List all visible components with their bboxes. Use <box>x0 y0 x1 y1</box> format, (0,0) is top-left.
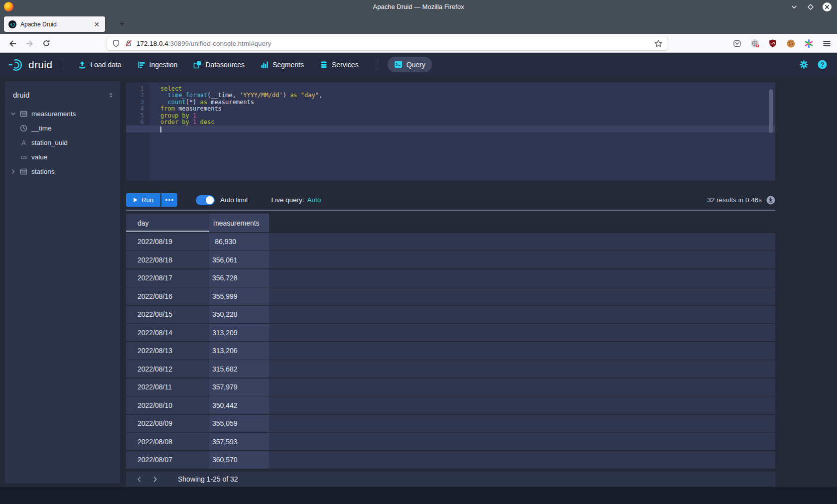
table-row: 2022/08/13313,206 <box>126 342 775 360</box>
back-button[interactable] <box>6 37 19 50</box>
menu-button[interactable] <box>819 37 834 50</box>
window-close-button[interactable] <box>822 2 832 12</box>
cell-day[interactable]: 2022/08/12 <box>126 360 209 378</box>
svg-text:?: ? <box>821 61 824 68</box>
close-icon <box>822 2 832 12</box>
help-button[interactable]: ? <box>818 60 827 69</box>
nav-item-label: Query <box>407 61 425 69</box>
sort-columns-icon[interactable] <box>108 92 114 99</box>
nav-item-datasources[interactable]: Datasources <box>187 57 251 72</box>
cell-day[interactable]: 2022/08/19 <box>126 233 209 251</box>
cookie-extension-button[interactable] <box>783 37 798 50</box>
cell-measurements-value: 313,206 <box>212 347 236 355</box>
theme-extension-button[interactable] <box>801 37 816 50</box>
cell-measurements[interactable]: 350,228 <box>209 306 269 323</box>
live-query-value[interactable]: Auto <box>307 196 321 204</box>
tree-item-stations[interactable]: stations <box>5 164 120 179</box>
insecure-lock-icon[interactable] <box>125 39 133 47</box>
forward-button[interactable] <box>23 37 36 50</box>
tree-item-time[interactable]: __time <box>5 121 120 135</box>
pagination-bar: Showing 1-25 of 32 <box>126 472 775 487</box>
browser-tab[interactable]: Apache Druid ✕ <box>4 16 105 32</box>
code-line[interactable]: group by 1 <box>149 113 775 119</box>
editor-code[interactable]: select time_format(__time, 'YYYY/MM/dd')… <box>149 82 775 181</box>
auto-limit-toggle[interactable] <box>196 195 215 205</box>
sql-token <box>160 99 167 106</box>
sql-editor[interactable]: 1234567 select time_format(__time, 'YYYY… <box>126 82 775 181</box>
header-divider <box>378 59 378 71</box>
previous-page-button[interactable] <box>133 473 145 485</box>
cell-day[interactable]: 2022/08/13 <box>126 342 209 360</box>
chevron-down-icon[interactable] <box>10 111 16 117</box>
sql-token: select <box>160 85 182 92</box>
cell-measurements[interactable]: 357,593 <box>209 433 269 450</box>
tree-item-measurements[interactable]: measurements <box>5 107 120 121</box>
column-header-measurements[interactable]: measurements <box>209 214 269 232</box>
reload-button[interactable] <box>40 37 53 50</box>
next-page-button[interactable] <box>149 473 161 485</box>
extension-button[interactable] <box>747 37 762 50</box>
new-tab-button[interactable]: + <box>116 17 129 30</box>
shield-permissions-icon[interactable] <box>112 39 120 47</box>
brand-name: druid <box>28 59 52 71</box>
column-header-day[interactable]: day <box>126 214 209 232</box>
cell-day[interactable]: 2022/08/15 <box>126 306 209 323</box>
cell-measurements[interactable]: 356,061 <box>209 251 269 268</box>
window-maximize-button[interactable] <box>806 2 816 12</box>
code-line[interactable]: select <box>149 86 775 92</box>
nav-item-segments[interactable]: Segments <box>254 57 310 72</box>
pocket-button[interactable] <box>729 37 744 50</box>
url-bar[interactable]: 172.18.0.4:30899/unified-console.html#qu… <box>107 36 668 50</box>
cell-measurements[interactable]: 356,728 <box>209 269 269 287</box>
cell-day[interactable]: 2022/08/14 <box>126 324 209 341</box>
cell-measurements[interactable]: 355,999 <box>209 287 269 305</box>
settings-gear-button[interactable] <box>799 60 809 69</box>
cell-day[interactable]: 2022/08/09 <box>126 415 209 432</box>
cell-measurements[interactable]: 355,059 <box>209 415 269 432</box>
tree-item-station_uuid[interactable]: Astation_uuid <box>5 135 120 150</box>
run-button[interactable]: Run <box>126 193 160 207</box>
cell-measurements[interactable]: 313,209 <box>209 324 269 341</box>
cell-day[interactable]: 2022/08/08 <box>126 433 209 450</box>
editor-scrollbar[interactable] <box>769 89 773 133</box>
cell-filler <box>269 451 775 469</box>
svg-text:123: 123 <box>20 155 27 160</box>
chevron-right-icon[interactable] <box>10 169 16 174</box>
run-more-button[interactable] <box>161 193 177 207</box>
cell-measurements[interactable]: 360,570 <box>209 451 269 469</box>
cell-day[interactable]: 2022/08/11 <box>126 378 209 396</box>
cell-measurements[interactable]: 315,682 <box>209 360 269 378</box>
code-line[interactable]: order by 1 desc <box>149 119 775 126</box>
cell-day[interactable]: 2022/08/07 <box>126 451 209 469</box>
bookmark-star-icon[interactable] <box>654 39 663 48</box>
code-line[interactable]: count(*) as measurements <box>149 99 775 106</box>
ublock-button[interactable]: uO <box>765 37 780 50</box>
nav-item-load-data[interactable]: Load data <box>72 57 128 72</box>
cell-measurements[interactable]: 357,979 <box>209 378 269 396</box>
cell-measurements[interactable]: 350,442 <box>209 396 269 414</box>
code-line[interactable]: from measurements <box>149 106 775 112</box>
code-line[interactable] <box>149 126 775 132</box>
tab-strip: Apache Druid ✕ + <box>0 14 837 34</box>
results-header-row: day measurements <box>126 214 775 232</box>
cell-measurements[interactable]: 86,930 <box>209 233 269 251</box>
code-line[interactable]: time_format(__time, 'YYYY/MM/dd') as "da… <box>149 92 775 99</box>
window-minimize-button[interactable] <box>789 2 799 12</box>
nav-item-services[interactable]: Services <box>313 57 365 72</box>
tree-item-value[interactable]: 123value <box>5 150 120 164</box>
sql-token <box>189 112 193 119</box>
cell-day[interactable]: 2022/08/10 <box>126 396 209 414</box>
cell-day[interactable]: 2022/08/18 <box>126 251 209 268</box>
cell-day[interactable]: 2022/08/16 <box>126 287 209 305</box>
window-titlebar: Apache Druid — Mozilla Firefox <box>0 0 837 14</box>
druid-logo[interactable]: druid <box>8 57 52 72</box>
tab-close-icon[interactable]: ✕ <box>93 20 101 28</box>
druid-header: druid Load dataIngestionDatasourcesSegme… <box>0 53 837 76</box>
cell-measurements[interactable]: 313,206 <box>209 342 269 360</box>
cell-day[interactable]: 2022/08/17 <box>126 269 209 287</box>
nav-item-query[interactable]: Query <box>388 57 432 72</box>
line-number: 5 <box>126 113 149 119</box>
nav-item-ingestion[interactable]: Ingestion <box>131 57 184 72</box>
download-results-button[interactable] <box>766 196 775 205</box>
url-text[interactable]: 172.18.0.4:30899/unified-console.html#qu… <box>137 40 654 47</box>
